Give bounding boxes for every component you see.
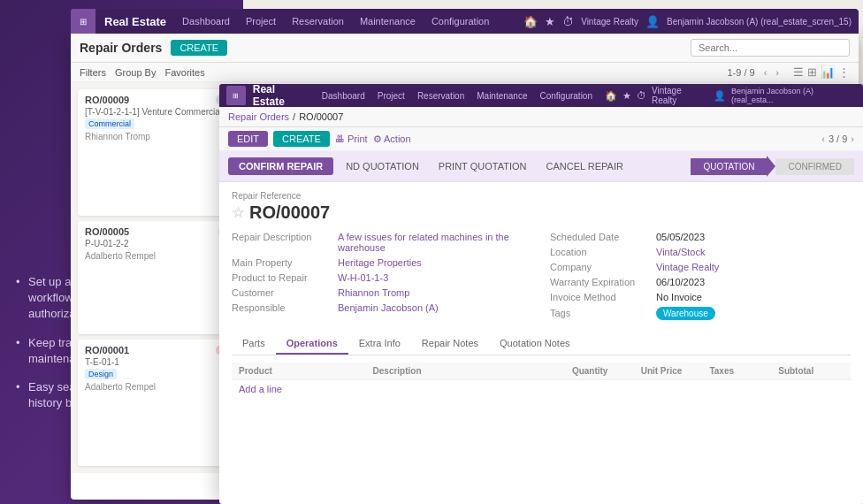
detail-form: Repair Reference ☆ RO/00007 Repair Descr…	[219, 182, 863, 478]
app-icon: ⊞	[71, 9, 95, 34]
location-label: Location	[550, 247, 656, 257]
desc-label: Repair Description	[232, 232, 338, 242]
form-tab-parts[interactable]: Parts	[232, 333, 276, 355]
ov-clock-icon[interactable]: ⏱	[637, 90, 646, 101]
description-row: Repair Description A few issues for rela…	[232, 232, 532, 253]
nav-maintenance[interactable]: Maintenance	[353, 12, 423, 30]
home-icon[interactable]: 🏠	[523, 15, 538, 28]
kanban-view-icon[interactable]: ⊞	[807, 65, 817, 79]
repair-orders-title: Repair Orders	[80, 41, 162, 55]
user-name: Benjamin Jacobson (A) (real_estate_scren…	[667, 17, 852, 27]
form-tabs: PartsOperationsExtra InfoRepair NotesQuo…	[232, 333, 851, 355]
nav-project[interactable]: Project	[239, 12, 283, 30]
overlay-app-icon: ⊞	[226, 86, 246, 105]
desc-value[interactable]: A few issues for related machines in the…	[338, 232, 532, 253]
confirm-repair-button[interactable]: CONFIRM REPAIR	[228, 157, 333, 175]
product-label: Product to Repair	[232, 272, 338, 283]
customer-row: Customer Rhiannon Tromp	[232, 287, 532, 298]
form-left-col: Repair Description A few issues for rela…	[232, 232, 532, 325]
favorites-button[interactable]: Favorites	[164, 67, 204, 78]
list-view-icon[interactable]: ☰	[793, 65, 804, 79]
void-quotation-button[interactable]: ND QUOTATION	[339, 157, 426, 175]
breadcrumb-separator: /	[293, 111, 295, 122]
detail-prev-btn[interactable]: ‹	[821, 134, 825, 144]
detail-pager: ‹ 3 / 9 ›	[821, 134, 854, 144]
main-prop-label: Main Property	[232, 257, 338, 268]
clock-icon[interactable]: ⏱	[562, 15, 574, 28]
ov-company: Vintage Realty	[652, 86, 708, 105]
overlay-nav-items: Dashboard Project Reservation Maintenanc…	[317, 88, 598, 103]
create-button-detail[interactable]: CREATE	[273, 131, 330, 147]
scheduled-date-row: Scheduled Date 05/05/2023	[550, 232, 851, 242]
cancel-repair-button[interactable]: CANCEL REPAIR	[538, 157, 630, 175]
ov-user-avatar[interactable]: 👤	[714, 90, 726, 102]
tags-label: Tags	[550, 308, 656, 318]
ov-maintenance[interactable]: Maintenance	[471, 88, 532, 103]
company-row: Company Vintage Realty	[550, 262, 851, 272]
company-label: Company	[550, 262, 656, 272]
company-value[interactable]: Vintage Realty	[656, 262, 719, 272]
app-icon-grid: ⊞	[80, 17, 87, 27]
responsible-row: Responsible Benjamin Jacobson (A)	[232, 302, 532, 313]
main-prop-value[interactable]: Heritage Properties	[338, 257, 422, 268]
view-toggle: ☰ ⊞ 📊 ⋮	[793, 65, 850, 79]
detail-toolbar: EDIT CREATE 🖶 Print ⚙ Action ‹ 3 / 9 ›	[219, 127, 863, 151]
form-tab-quotation-notes[interactable]: Quotation Notes	[489, 333, 581, 355]
edit-button[interactable]: EDIT	[228, 131, 268, 147]
print-button[interactable]: 🖶 Print	[335, 134, 368, 144]
form-tab-extra-info[interactable]: Extra Info	[348, 333, 411, 355]
detail-window: ⊞ Real Estate Dashboard Project Reservat…	[219, 84, 863, 504]
detail-page-count: 3 / 9	[829, 134, 847, 144]
print-quotation-button[interactable]: PRINT QUOTATION	[432, 157, 534, 175]
ov-configuration[interactable]: Configuration	[535, 88, 598, 103]
ref-label: Repair Reference	[232, 191, 851, 201]
add-line-button[interactable]: Add a line	[232, 380, 851, 398]
repair-orders-header: Repair Orders CREATE	[71, 34, 859, 63]
group-by-button[interactable]: Group By	[115, 67, 156, 78]
sched-date-value: 05/05/2023	[656, 232, 705, 242]
favorite-star-icon[interactable]: ☆	[232, 204, 244, 221]
col-unit-price: Unit Price	[641, 366, 706, 376]
form-tab-repair-notes[interactable]: Repair Notes	[411, 333, 489, 355]
breadcrumb-parent[interactable]: Repair Orders	[228, 111, 289, 122]
star-icon[interactable]: ★	[545, 15, 555, 28]
detail-next-btn[interactable]: ›	[851, 134, 854, 144]
prev-page-btn[interactable]: ‹	[764, 67, 768, 78]
overlay-app-name: Real Estate	[253, 84, 309, 108]
card-tag: Design	[85, 369, 117, 379]
nav-reservation[interactable]: Reservation	[285, 12, 351, 30]
ov-star-icon[interactable]: ★	[622, 90, 631, 102]
next-page-btn[interactable]: ›	[775, 67, 779, 78]
action-button[interactable]: ⚙ Action	[373, 134, 411, 145]
pipeline-quotation[interactable]: QUOTATION	[691, 158, 767, 175]
overlay-nav-right: 🏠 ★ ⏱ Vintage Realty 👤 Benjamin Jacobson…	[605, 86, 856, 105]
warranty-label: Warranty Expiration	[550, 277, 656, 287]
ro-toolbar: Filters Group By Favorites 1-9 / 9 ‹ › ☰…	[71, 63, 859, 82]
pipeline-arrow	[767, 156, 775, 177]
responsible-value[interactable]: Benjamin Jacobson (A)	[338, 302, 439, 313]
product-value[interactable]: W-H-01-1-3	[338, 272, 388, 283]
breadcrumb: Repair Orders / RO/00007	[219, 107, 863, 127]
responsible-label: Responsible	[232, 302, 338, 313]
ov-home-icon[interactable]: 🏠	[605, 90, 617, 102]
filters-button[interactable]: Filters	[80, 67, 106, 78]
location-row: Location Vinta/Stock	[550, 247, 851, 257]
form-tab-operations[interactable]: Operations	[276, 333, 348, 355]
create-button[interactable]: CREATE	[171, 40, 227, 56]
pipeline-confirmed[interactable]: CONFIRMED	[775, 158, 854, 175]
breadcrumb-current: RO/00007	[299, 111, 343, 122]
ov-reservation[interactable]: Reservation	[412, 88, 470, 103]
search-area	[691, 39, 850, 57]
search-input[interactable]	[691, 39, 850, 57]
user-avatar[interactable]: 👤	[645, 15, 660, 28]
chart-view-icon[interactable]: 📊	[821, 65, 835, 79]
more-view-icon[interactable]: ⋮	[838, 65, 850, 79]
overlay-navbar: ⊞ Real Estate Dashboard Project Reservat…	[219, 84, 863, 107]
nav-dashboard[interactable]: Dashboard	[175, 12, 237, 30]
customer-value[interactable]: Rhiannon Tromp	[338, 287, 409, 298]
ov-dashboard[interactable]: Dashboard	[317, 88, 370, 103]
nav-configuration[interactable]: Configuration	[424, 12, 496, 30]
location-value[interactable]: Vinta/Stock	[656, 247, 705, 257]
invoice-label: Invoice Method	[550, 292, 656, 302]
ov-project[interactable]: Project	[372, 88, 410, 103]
